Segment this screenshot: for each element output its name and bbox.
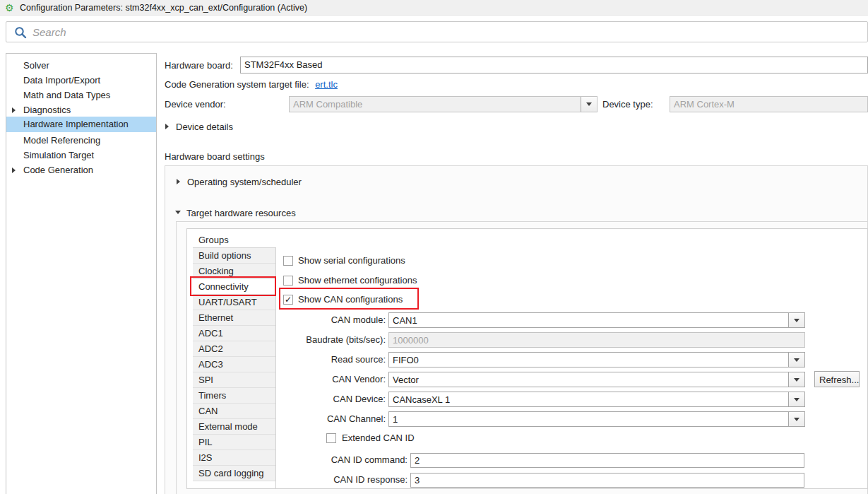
sidebar-item-data-import-export[interactable]: Data Import/Export bbox=[6, 73, 156, 88]
group-item-adc3[interactable]: ADC3 bbox=[193, 357, 275, 372]
can-id-command-input[interactable] bbox=[410, 453, 804, 468]
checkmark-icon: ✓ bbox=[285, 295, 292, 305]
group-item-spi[interactable]: SPI bbox=[193, 372, 275, 388]
config-gear-icon: ⚙ bbox=[5, 0, 18, 16]
dropdown-arrow-icon bbox=[581, 97, 597, 112]
can-module-combo[interactable]: CAN1 bbox=[388, 312, 805, 328]
dropdown-arrow-icon[interactable] bbox=[788, 392, 804, 406]
collapse-arrow-icon[interactable] bbox=[175, 211, 181, 214]
target-hardware-resources-expander[interactable]: Target hardware resources bbox=[186, 208, 296, 219]
group-item-build-options[interactable]: Build options bbox=[193, 248, 275, 264]
group-item-clocking[interactable]: Clocking bbox=[193, 264, 275, 279]
expand-arrow-icon[interactable] bbox=[165, 124, 169, 129]
can-id-command-label: CAN ID command: bbox=[275, 452, 408, 468]
group-item-pil[interactable]: PIL bbox=[193, 435, 275, 450]
read-source-label: Read source: bbox=[275, 352, 386, 367]
can-id-response-label: CAN ID response: bbox=[275, 472, 408, 488]
can-vendor-combo[interactable]: Vector bbox=[388, 372, 805, 387]
sidebar-item-math-and-data-types[interactable]: Math and Data Types bbox=[6, 88, 156, 102]
device-type-label: Device type: bbox=[602, 98, 653, 111]
dropdown-arrow-icon[interactable] bbox=[788, 353, 804, 367]
group-item-sd-card-logging[interactable]: SD card logging bbox=[193, 466, 275, 481]
sidebar-item-diagnostics[interactable]: Diagnostics bbox=[6, 102, 156, 117]
sidebar-item-solver[interactable]: Solver bbox=[6, 58, 156, 73]
sidebar-item-model-referencing[interactable]: Model Referencing bbox=[6, 133, 156, 148]
refresh-button[interactable]: Refresh... bbox=[814, 371, 860, 387]
extended-can-id-label[interactable]: Extended CAN ID bbox=[342, 432, 415, 445]
can-device-label: CAN Device: bbox=[275, 392, 386, 407]
show-can-configurations-checkbox[interactable]: ✓ bbox=[283, 295, 293, 305]
search-box[interactable] bbox=[6, 21, 868, 42]
hardware-board-value: STM32F4xx Based bbox=[241, 57, 867, 72]
show-ethernet-configurations-label[interactable]: Show ethernet configurations bbox=[298, 274, 417, 287]
extended-can-id-checkbox[interactable] bbox=[326, 433, 336, 443]
can-channel-label: CAN Channel: bbox=[275, 411, 386, 427]
can-vendor-value: Vector bbox=[389, 372, 804, 387]
device-type-field: ARM Cortex-M bbox=[670, 96, 868, 112]
baudrate-value: 1000000 bbox=[389, 333, 804, 348]
baudrate-field: 1000000 bbox=[388, 332, 805, 348]
group-item-can[interactable]: CAN bbox=[193, 404, 275, 419]
read-source-combo[interactable]: FIFO0 bbox=[388, 352, 805, 367]
sidebar-item-code-generation[interactable]: Code Generation bbox=[6, 163, 156, 177]
group-item-adc2[interactable]: ADC2 bbox=[193, 341, 275, 357]
target-file-row: Code Generation system target file: ert.… bbox=[165, 78, 338, 91]
can-vendor-label: CAN Vendor: bbox=[275, 372, 386, 387]
can-module-label: CAN module: bbox=[275, 312, 386, 328]
search-icon bbox=[14, 26, 27, 39]
os-scheduler-expander[interactable]: Operating system/scheduler bbox=[187, 177, 302, 188]
can-device-combo[interactable]: CANcaseXL 1 bbox=[388, 392, 805, 407]
can-module-value: CAN1 bbox=[389, 313, 804, 328]
sidebar-tree: Solver Data Import/Export Math and Data … bbox=[6, 53, 157, 494]
show-can-configurations-label[interactable]: Show CAN configurations bbox=[298, 293, 403, 306]
group-item-uart-usart[interactable]: UART/USART bbox=[193, 295, 275, 310]
baudrate-label: Baudrate (bits/sec): bbox=[275, 332, 386, 348]
configuration-parameters-window: ⚙ Configuration Parameters: stm32f4xx_xc… bbox=[0, 0, 868, 494]
groups-title: Groups bbox=[198, 235, 229, 246]
can-channel-combo[interactable]: 1 bbox=[388, 411, 805, 427]
show-ethernet-configurations-checkbox[interactable] bbox=[283, 276, 293, 286]
sidebar-item-hardware-implementation[interactable]: Hardware Implementation bbox=[6, 117, 156, 132]
window-title: Configuration Parameters: stm32f4xx_xcp_… bbox=[20, 0, 307, 16]
group-item-adc1[interactable]: ADC1 bbox=[193, 326, 275, 341]
can-id-response-input[interactable] bbox=[410, 473, 804, 488]
target-file-link[interactable]: ert.tlc bbox=[315, 79, 338, 90]
dropdown-arrow-icon[interactable] bbox=[788, 372, 804, 387]
search-input[interactable] bbox=[31, 23, 843, 40]
hardware-board-settings-title: Hardware board settings bbox=[165, 151, 265, 163]
show-serial-configurations-checkbox[interactable] bbox=[283, 256, 293, 266]
hardware-board-combo[interactable]: STM32F4xx Based bbox=[240, 57, 868, 73]
dropdown-arrow-icon[interactable] bbox=[788, 412, 804, 426]
device-vendor-value: ARM Compatible bbox=[290, 97, 597, 112]
sidebar-item-simulation-target[interactable]: Simulation Target bbox=[6, 148, 156, 163]
group-item-connectivity[interactable]: Connectivity bbox=[193, 279, 275, 295]
title-bar: ⚙ Configuration Parameters: stm32f4xx_xc… bbox=[0, 0, 868, 16]
device-vendor-label: Device vendor: bbox=[165, 98, 226, 111]
hardware-board-label: Hardware board: bbox=[165, 59, 233, 72]
groups-tab-list: Build options Clocking Connectivity UART… bbox=[193, 247, 275, 481]
can-device-value: CANcaseXL 1 bbox=[389, 392, 804, 407]
group-item-timers[interactable]: Timers bbox=[193, 388, 275, 404]
group-item-external-mode[interactable]: External mode bbox=[193, 419, 275, 435]
group-item-i2s[interactable]: I2S bbox=[193, 450, 275, 466]
device-details-expander[interactable]: Device details bbox=[176, 121, 233, 134]
can-channel-value: 1 bbox=[389, 412, 804, 427]
expand-arrow-icon[interactable] bbox=[177, 179, 180, 184]
read-source-value: FIFO0 bbox=[389, 353, 804, 367]
target-file-label: Code Generation system target file: bbox=[165, 79, 309, 90]
group-item-ethernet[interactable]: Ethernet bbox=[193, 310, 275, 326]
show-serial-configurations-label[interactable]: Show serial configurations bbox=[298, 254, 405, 267]
device-type-value: ARM Cortex-M bbox=[670, 97, 867, 112]
dropdown-arrow-icon[interactable] bbox=[788, 313, 804, 327]
device-vendor-combo: ARM Compatible bbox=[289, 96, 598, 112]
